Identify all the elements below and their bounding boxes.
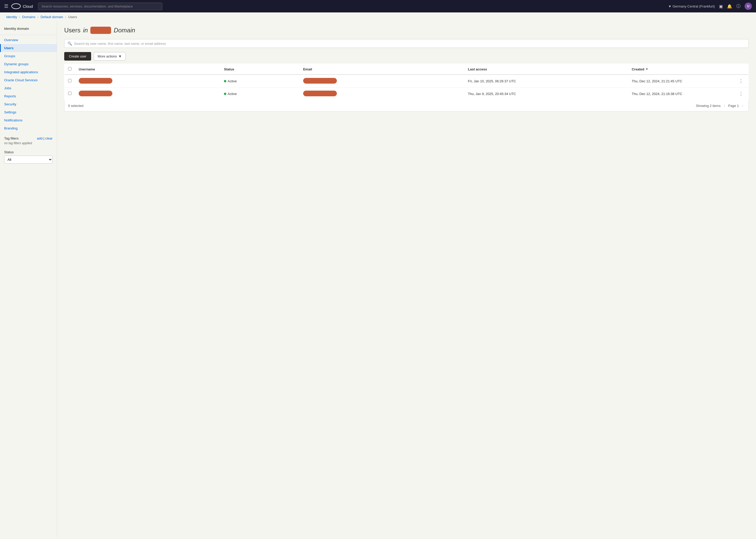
breadcrumb-current: Users [68, 15, 77, 19]
hamburger-menu-icon[interactable]: ☰ [4, 3, 8, 9]
region-selector[interactable]: ▼ Germany Central (Frankfurt) [668, 4, 715, 8]
row1-checkbox-cell [64, 75, 75, 88]
row2-actions-cell: ⋮ [733, 88, 749, 100]
tag-filters-add-link[interactable]: add [37, 136, 42, 140]
th-email-label: Email [303, 67, 312, 71]
row1-email-cell [300, 75, 465, 88]
page-title-domain: Domain [113, 27, 135, 34]
global-search[interactable] [38, 3, 162, 10]
th-last-access: Last access [464, 64, 628, 75]
row1-email-redacted [303, 78, 337, 84]
sidebar: Identity domain Overview Users Groups Dy… [0, 22, 57, 537]
breadcrumb-identity[interactable]: Identity [6, 15, 17, 19]
row1-created-value: Thu, Dec 12, 2024, 21:21:45 UTC [632, 79, 682, 83]
search-input[interactable] [38, 3, 162, 10]
status-filter-select[interactable]: All Active Inactive [4, 156, 52, 164]
sidebar-item-branding[interactable]: Branding [0, 124, 57, 132]
sidebar-item-security[interactable]: Security [0, 100, 57, 108]
row2-status-dot [224, 93, 226, 95]
row1-actions-button[interactable]: ⋮ [737, 78, 745, 84]
status-filter-section: Status All Active Inactive [0, 147, 57, 167]
sidebar-item-oracle-cloud-services[interactable]: Oracle Cloud Services [0, 76, 57, 84]
sidebar-item-overview[interactable]: Overview [0, 36, 57, 44]
row1-status-dot [224, 80, 226, 82]
breadcrumb-sep-1: › [19, 15, 20, 19]
sidebar-item-jobs[interactable]: Jobs [0, 84, 57, 92]
avatar[interactable]: U [745, 3, 752, 10]
region-label: Germany Central (Frankfurt) [673, 4, 715, 8]
th-username: Username [75, 64, 220, 75]
sidebar-item-groups[interactable]: Groups [0, 52, 57, 60]
breadcrumb-domains[interactable]: Domains [22, 15, 36, 19]
row1-checkbox[interactable] [68, 79, 71, 82]
row2-username-cell [75, 88, 220, 100]
tag-filters-header: Tag filters add | clear [4, 136, 52, 140]
row1-created-cell: Thu, Dec 12, 2024, 21:21:45 UTC [628, 75, 733, 88]
chevron-down-icon: ▼ [118, 54, 122, 58]
row2-created-cell: Thu, Dec 12, 2024, 21:16:38 UTC [628, 88, 733, 100]
select-all-checkbox[interactable] [68, 67, 71, 70]
status-filter-label: Status [4, 150, 52, 154]
row1-status-cell: Active [220, 75, 300, 88]
th-row-actions [733, 64, 749, 75]
th-last-access-label: Last access [468, 67, 487, 71]
more-actions-button[interactable]: More actions ▼ [94, 52, 125, 61]
page-label: Page 1 [728, 104, 739, 108]
th-status: Status [220, 64, 300, 75]
th-created[interactable]: Created ▼ [628, 64, 733, 75]
row1-username-redacted [79, 78, 113, 84]
row1-last-access-cell: Fri, Jan 10, 2025, 06:26:37 UTC [464, 75, 628, 88]
action-bar: Create user More actions ▼ [64, 52, 749, 61]
page-title-in: in [83, 27, 88, 34]
tag-filters-clear-link[interactable]: clear [45, 136, 52, 140]
th-status-label: Status [224, 67, 234, 71]
prev-page-button[interactable]: ‹ [722, 103, 726, 109]
table-row: Active Thu, Jan 9, 2025, 20:45:34 UTC Th… [64, 88, 749, 100]
breadcrumb-default-domain[interactable]: Default domain [40, 15, 63, 19]
help-icon[interactable]: ⓘ [736, 4, 740, 9]
tag-filters-none-text: no tag filters applied [4, 141, 52, 145]
breadcrumb: Identity › Domains › Default domain › Us… [0, 12, 756, 22]
main-layout: Identity domain Overview Users Groups Dy… [0, 22, 756, 537]
th-select-all[interactable] [64, 64, 75, 75]
table-footer: 0 selected Showing 2 items ‹ Page 1 › [64, 100, 749, 111]
row2-created-value: Thu, Dec 12, 2024, 21:16:38 UTC [632, 92, 682, 96]
bell-icon[interactable]: 🔔 [727, 4, 732, 9]
row2-status-badge: Active [224, 92, 296, 96]
table-header-row: Username Status Email Last access Create… [64, 64, 749, 75]
row2-email-cell [300, 88, 465, 100]
page-title: Users in Domain [64, 27, 749, 34]
more-actions-label: More actions [98, 54, 117, 58]
showing-items: Showing 2 items [696, 104, 720, 108]
next-page-button[interactable]: › [740, 103, 745, 109]
chevron-down-icon: ▼ [668, 4, 672, 8]
row2-checkbox-cell [64, 88, 75, 100]
breadcrumb-sep-2: › [37, 15, 38, 19]
tag-filters-label: Tag filters [4, 136, 19, 140]
sidebar-item-dynamic-groups[interactable]: Dynamic groups [0, 60, 57, 68]
page-title-users: Users [64, 27, 81, 34]
row2-email-redacted [303, 91, 337, 96]
sidebar-item-settings[interactable]: Settings [0, 108, 57, 116]
monitor-icon[interactable]: ▣ [719, 4, 723, 9]
row2-last-access-cell: Thu, Jan 9, 2025, 20:45:34 UTC [464, 88, 628, 100]
sidebar-item-reports[interactable]: Reports [0, 92, 57, 100]
sidebar-item-users[interactable]: Users [0, 44, 57, 52]
sidebar-section-title: Identity domain [0, 26, 57, 34]
users-table: Username Status Email Last access Create… [64, 64, 749, 100]
tag-filters-separator: | [43, 136, 45, 140]
search-input[interactable] [74, 42, 745, 45]
row1-status-label: Active [228, 79, 237, 83]
row2-status-label: Active [228, 92, 237, 96]
row2-last-access-value: Thu, Jan 9, 2025, 20:45:34 UTC [468, 92, 516, 96]
th-email: Email [300, 64, 465, 75]
search-icon: 🔍 [68, 41, 72, 45]
sidebar-item-integrated-applications[interactable]: Integrated applications [0, 68, 57, 76]
row2-actions-button[interactable]: ⋮ [737, 90, 745, 97]
pagination: Showing 2 items ‹ Page 1 › [696, 103, 745, 109]
sidebar-item-notifications[interactable]: Notifications [0, 116, 57, 124]
table-row: Active Fri, Jan 10, 2025, 06:26:37 UTC T… [64, 75, 749, 88]
row2-checkbox[interactable] [68, 92, 71, 95]
create-user-button[interactable]: Create user [64, 52, 91, 61]
logo-text: Cloud [23, 4, 33, 9]
